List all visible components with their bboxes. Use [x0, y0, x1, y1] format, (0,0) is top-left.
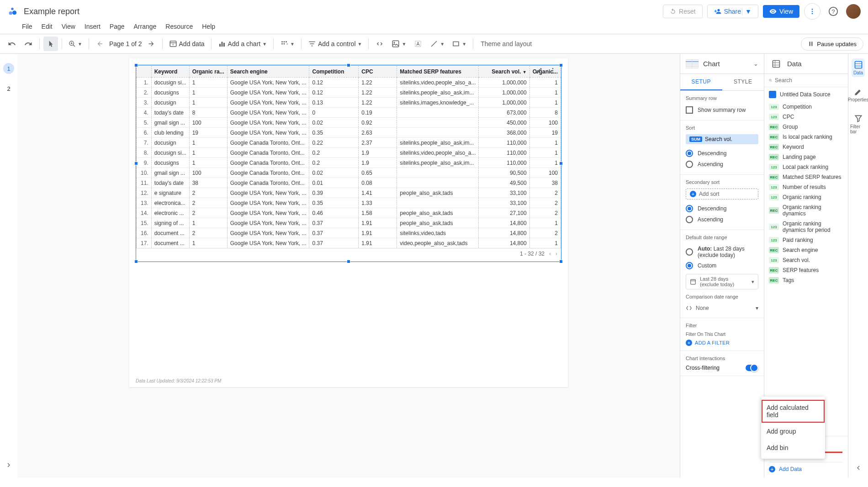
field-item[interactable]: RECOrganic ranking dynamics [764, 202, 848, 219]
field-item[interactable]: RECLanding page [764, 152, 848, 162]
next-page-icon[interactable]: › [556, 251, 557, 257]
date-custom-radio[interactable]: Custom [686, 260, 758, 271]
table-row[interactable]: 7.docusign1Google Canada Toronto, Ont...… [137, 138, 561, 148]
help-button[interactable]: ? [825, 3, 842, 20]
table-row[interactable]: 12.e signature2Google USA York, New York… [137, 188, 561, 198]
menu-arrange[interactable]: Arrange [134, 23, 157, 30]
more-options-button[interactable] [804, 3, 820, 20]
table-row[interactable]: 16.document ...2Google USA York, New Yor… [137, 228, 561, 238]
expand-pages-button[interactable] [5, 461, 12, 469]
fields-search[interactable] [764, 74, 848, 87]
field-item[interactable]: RECKeyword [764, 142, 848, 152]
resize-handle[interactable] [559, 63, 563, 67]
field-item[interactable]: RECSERP features [764, 265, 848, 275]
sort-field-chip[interactable]: SUM Search vol. [686, 134, 758, 144]
field-item[interactable]: 123Paid ranking [764, 235, 848, 245]
field-item[interactable]: RECMatched SERP features [764, 172, 848, 182]
table-row[interactable]: 15.signing of ...1Google USA York, New Y… [137, 218, 561, 228]
chart-more-button[interactable] [546, 64, 559, 77]
resize-handle[interactable] [347, 260, 350, 263]
field-item[interactable]: 123Search vol. [764, 255, 848, 265]
field-item[interactable]: 123CPC [764, 112, 848, 122]
field-item[interactable]: RECGroup [764, 122, 848, 132]
sidebar-properties-tab[interactable]: Properties [846, 85, 868, 104]
add-bin-item[interactable]: Add bin [761, 440, 825, 456]
pause-updates-button[interactable]: Pause updates [801, 37, 863, 51]
report-canvas[interactable]: KeywordOrganic ra...Search engineCompeti… [129, 58, 568, 387]
menu-help[interactable]: Help [202, 23, 215, 30]
menu-edit[interactable]: Edit [42, 23, 53, 30]
table-row[interactable]: 5.gmail sign ...100Google USA York, New … [137, 118, 561, 128]
table-header[interactable]: Keyword [151, 66, 189, 78]
report-title[interactable]: Example report [24, 7, 79, 16]
menu-insert[interactable]: Insert [85, 23, 101, 30]
page-tab-1[interactable]: 1 [3, 63, 14, 74]
sort-descending-radio[interactable]: Descending [686, 148, 758, 159]
table-row[interactable]: 4.today's date8Google USA York, New York… [137, 108, 561, 118]
canvas-area[interactable]: KeywordOrganic ra...Search engineCompeti… [17, 54, 680, 478]
chart-type-icon[interactable] [686, 58, 699, 69]
table-row[interactable]: 13.electronica...2Google USA York, New Y… [137, 198, 561, 208]
page-tab-2[interactable]: 2 [3, 83, 14, 94]
redo-button[interactable] [21, 37, 36, 51]
table-header[interactable] [137, 66, 152, 78]
data-source-header[interactable]: Untitled Data Source [764, 87, 848, 102]
undo-button[interactable] [5, 37, 19, 51]
menu-page[interactable]: Page [110, 23, 125, 30]
field-item[interactable]: 123Local pack ranking [764, 162, 848, 172]
show-summary-row-checkbox[interactable]: Show summary row [686, 105, 758, 115]
table-row[interactable]: 1.docusign si...1Google USA York, New Yo… [137, 78, 561, 88]
table-header[interactable]: CPC [359, 66, 397, 78]
next-page-button[interactable] [144, 37, 159, 51]
add-data-button[interactable]: +Add data [166, 37, 207, 51]
table-chart[interactable]: KeywordOrganic ra...Search engineCompeti… [136, 65, 561, 262]
field-item[interactable]: 123Number of results [764, 182, 848, 192]
field-item[interactable]: 123Organic ranking dynamics for period [764, 219, 848, 235]
date-auto-radio[interactable]: Auto: Last 28 days (exclude today) [686, 244, 758, 260]
sort-ascending-radio[interactable]: Ascending [686, 159, 758, 170]
resize-handle[interactable] [134, 260, 138, 263]
add-filter-button[interactable]: + ADD A FILTER [686, 340, 758, 346]
image-button[interactable]: ▼ [389, 37, 409, 51]
setup-tab[interactable]: SETUP [680, 74, 722, 90]
resize-handle[interactable] [559, 162, 563, 165]
collapse-sidebar-button[interactable] [853, 462, 864, 473]
field-item[interactable]: 123Competition [764, 102, 848, 112]
field-item[interactable]: 123Organic ranking [764, 192, 848, 202]
url-embed-button[interactable] [372, 37, 387, 51]
menu-resource[interactable]: Resource [165, 23, 193, 30]
add-calculated-field-item[interactable]: Add calculated field [761, 399, 825, 423]
user-avatar[interactable] [846, 4, 861, 19]
secondary-ascending-radio[interactable]: Ascending [686, 214, 758, 225]
sidebar-data-tab[interactable]: Data [852, 58, 865, 77]
comparison-dropdown[interactable]: None ▾ [686, 303, 758, 313]
add-data-link[interactable]: + Add Data [769, 462, 843, 474]
date-range-dropdown[interactable]: Last 28 days (exclude today) ▾ [686, 274, 758, 289]
table-row[interactable]: 9.docusigns1Google Canada Toronto, Ont..… [137, 158, 561, 168]
table-header[interactable]: Organic ra... [189, 66, 227, 78]
shape-button[interactable]: ▼ [449, 37, 469, 51]
cross-filtering-toggle[interactable] [746, 365, 758, 371]
table-row[interactable]: 3.docusign1Google USA York, New York, ..… [137, 98, 561, 108]
add-group-item[interactable]: Add group [761, 423, 825, 440]
resize-handle[interactable] [134, 162, 138, 165]
table-row[interactable]: 10.gmail sign ...100Google Canada Toront… [137, 168, 561, 178]
community-viz-button[interactable]: +▼ [277, 37, 297, 51]
add-chart-button[interactable]: Add a chart▼ [215, 37, 270, 51]
text-button[interactable]: A [411, 37, 425, 51]
secondary-descending-radio[interactable]: Descending [686, 203, 758, 214]
theme-layout-button[interactable]: Theme and layout [481, 40, 532, 47]
table-row[interactable]: 2.docusigns1Google USA York, New York, .… [137, 88, 561, 98]
table-header[interactable]: Matched SERP features [397, 66, 479, 78]
style-tab[interactable]: STYLE [722, 74, 764, 90]
table-row[interactable]: 11.today's date38Google Canada Toronto, … [137, 178, 561, 188]
table-header[interactable]: Search engine [227, 66, 309, 78]
add-secondary-sort[interactable]: + Add sort [686, 189, 758, 199]
resize-handle[interactable] [559, 260, 563, 263]
add-control-button[interactable]: Add a control▼ [305, 37, 365, 51]
resize-handle[interactable] [347, 63, 350, 67]
zoom-tool[interactable]: ▼ [66, 37, 85, 51]
chevron-down-icon[interactable]: ▼ [742, 8, 752, 15]
chevron-down-icon[interactable]: ⌄ [753, 60, 758, 67]
sidebar-filter-tab[interactable]: Filter bar [848, 112, 868, 136]
